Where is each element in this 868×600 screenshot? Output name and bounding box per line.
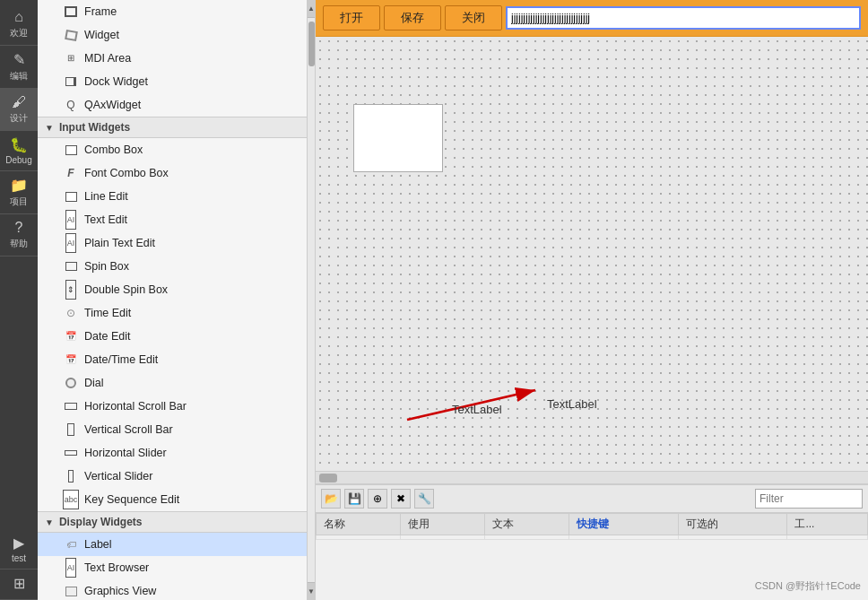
sidebar-item-label: Debug [5,155,31,165]
frame-icon [63,4,79,19]
sidebar-item-design[interactable]: 🖌 设计 [0,89,38,131]
folder-open-button[interactable]: 📂 [321,489,341,509]
toolbar-input[interactable] [506,6,861,30]
list-item[interactable]: Q QAxWidget [38,93,307,117]
chevron-down-icon: ▼ [45,517,54,527]
list-item[interactable]: ⇕ Double Spin Box [38,278,307,301]
widget-item-label: Horizontal Scroll Bar [84,397,187,415]
widget-item-label: Font Combo Box [84,164,169,182]
canvas-label-2[interactable]: TextLabel [547,397,597,411]
list-item[interactable]: ⊞ MDI Area [38,47,307,70]
datetime-edit-icon: 📅 [63,352,79,367]
list-item[interactable]: Graphics View [38,579,307,600]
sidebar-item-help[interactable]: ? 帮助 [0,214,38,257]
widget-item-label: Graphics View [84,582,156,600]
col-header-text: 文本 [485,514,569,535]
text-edit-icon: AI [63,213,79,227]
table-row [317,535,868,540]
widget-item-label: Dock Widget [84,73,148,91]
widget-item-label: Text Edit [84,211,127,229]
filter-input[interactable] [755,489,863,509]
sidebar-item-test[interactable]: ▶ test [0,529,38,570]
category-input-widgets[interactable]: ▼ Input Widgets [38,117,307,138]
list-item[interactable]: 📅 Date/Time Edit [38,348,307,371]
folder-open-icon: 📂 [325,492,338,505]
scrollbar-thumb[interactable] [319,474,337,483]
list-item[interactable]: ⊙ Time Edit [38,301,307,325]
canvas-label-1[interactable]: TextLabel [452,403,502,416]
open-button[interactable]: 打开 [323,5,380,30]
vertical-slider-icon [63,469,79,483]
category-display-widgets[interactable]: ▼ Display Widgets [38,511,307,533]
text-browser-icon: AI [63,561,79,575]
list-item[interactable]: Horizontal Slider [38,441,307,465]
canvas-container: TextLabel TextLabel [316,37,868,483]
delete-prop-button[interactable]: ✖ [391,489,411,509]
list-item[interactable]: F Font Combo Box [38,161,307,185]
scrollbar-down-arrow[interactable]: ▼ [308,582,315,600]
list-item[interactable]: Vertical Scroll Bar [38,418,307,441]
widget-panel-scrollbar[interactable]: ▲ ▼ [307,0,315,600]
widget-item-label: Label [84,535,112,553]
delete-icon: ✖ [396,492,405,505]
save-button[interactable]: 保存 [384,5,441,30]
design-canvas[interactable]: TextLabel TextLabel [316,37,868,471]
canvas-scrollbar-horizontal[interactable] [316,471,868,483]
widget-item-label: Horizontal Slider [84,444,167,462]
dial-icon [63,376,79,390]
chevron-down-icon: ▼ [45,123,54,133]
list-item[interactable]: Horizontal Scroll Bar [38,395,307,418]
list-item[interactable]: 🏷 Label [38,533,307,556]
home-icon: ⌂ [14,9,23,25]
save-prop-button[interactable]: 💾 [344,489,364,509]
list-item[interactable]: AI Text Edit [38,208,307,231]
list-item[interactable]: Combo Box [38,138,307,161]
list-item[interactable]: AI Plain Text Edit [38,231,307,255]
col-header-work: 工... [787,514,868,535]
sidebar-item-bottom[interactable]: ⊞ [0,570,38,600]
horizontal-scroll-bar-icon [63,399,79,413]
widget-item-label: Frame [84,3,117,21]
list-item[interactable]: Frame [38,0,307,23]
list-item[interactable]: Dock Widget [38,70,307,93]
list-item[interactable]: Vertical Slider [38,465,307,488]
widget-item-label: Key Sequence Edit [84,491,179,509]
widget-item-label: Text Browser [84,559,149,577]
key-sequence-edit-icon: abc [63,492,79,507]
close-button[interactable]: 关闭 [445,5,502,30]
help-icon: ? [15,220,23,236]
main-area: 打开 保存 关闭 TextLabel Te [316,0,868,600]
category-label: Input Widgets [59,121,130,134]
list-item[interactable]: Spin Box [38,255,307,278]
list-item[interactable]: Dial [38,371,307,395]
settings-prop-button[interactable]: 🔧 [414,489,434,509]
scrollbar-thumb[interactable] [308,22,315,66]
toolbar: 打开 保存 关闭 [316,0,868,37]
sidebar-item-project[interactable]: 📁 项目 [0,171,38,214]
widget-item-label: Vertical Slider [84,467,152,485]
canvas-widget[interactable] [353,104,443,172]
list-item[interactable]: Widget [38,23,307,47]
list-item[interactable]: AI Text Browser [38,556,307,579]
sidebar-item-edit[interactable]: ✎ 编辑 [0,46,38,89]
add-prop-button[interactable]: ⊕ [368,489,387,509]
scrollbar-up-arrow[interactable]: ▲ [308,0,315,18]
add-icon: ⊕ [373,492,382,505]
widget-panel: Frame Widget ⊞ MDI Area Dock Widget Q QA… [38,0,316,600]
settings-icon: 🔧 [418,492,431,505]
list-item[interactable]: Line Edit [38,185,307,208]
list-item[interactable]: 📅 Date Edit [38,325,307,348]
sidebar-item-debug[interactable]: 🐛 Debug [0,131,38,171]
sidebar: ⌂ 欢迎 ✎ 编辑 🖌 设计 🐛 Debug 📁 项目 ? 帮助 ▶ test … [0,0,38,600]
sidebar-item-welcome[interactable]: ⌂ 欢迎 [0,4,38,46]
watermark: CSDN @野指针†ECode [755,579,861,593]
sidebar-item-label: 设计 [10,112,28,125]
label-icon: 🏷 [63,537,79,552]
scrollbar-track [308,18,315,582]
category-label: Display Widgets [59,516,143,528]
list-item[interactable]: abc Key Sequence Edit [38,488,307,511]
design-icon: 🖌 [12,94,26,110]
sidebar-item-label: 编辑 [10,70,28,83]
col-header-shortcut: 快捷键 [569,514,679,535]
test-icon: ▶ [13,535,24,552]
